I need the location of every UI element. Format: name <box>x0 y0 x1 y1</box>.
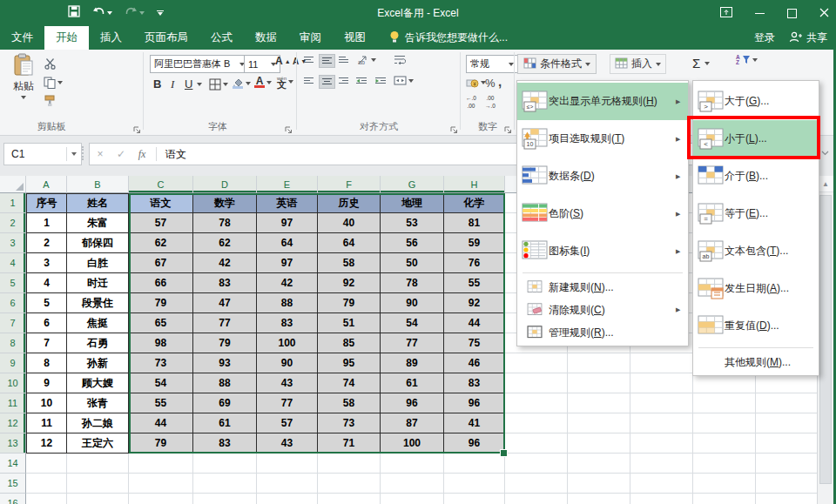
sort-filter-button[interactable]: AZ <box>736 55 758 65</box>
name-box[interactable]: C1 <box>3 143 82 165</box>
tab-insert[interactable]: 插入 <box>89 26 133 50</box>
cell[interactable]: 12 <box>26 433 67 454</box>
tab-formulas[interactable]: 公式 <box>199 26 244 50</box>
clipboard-dialog-launcher[interactable] <box>132 123 142 132</box>
cell[interactable]: 6 <box>26 313 67 333</box>
menu-item-text-contains[interactable]: ab文本包含(T)... <box>693 232 819 270</box>
cell[interactable]: 数学 <box>193 193 257 213</box>
cell[interactable]: 67 <box>129 253 193 273</box>
cell[interactable]: 9 <box>26 373 67 393</box>
row-header[interactable]: 7 <box>0 313 26 333</box>
cell[interactable] <box>693 494 756 504</box>
row-header[interactable]: 15 <box>0 474 26 494</box>
cell[interactable]: 71 <box>318 433 381 454</box>
cell[interactable]: 85 <box>318 333 381 353</box>
cell[interactable]: 王定六 <box>67 433 129 454</box>
cell[interactable] <box>67 474 129 494</box>
cell[interactable] <box>129 454 193 474</box>
cell[interactable]: 10 <box>26 393 67 413</box>
cell[interactable]: 95 <box>318 353 381 373</box>
cell[interactable]: 58 <box>318 393 381 413</box>
cell[interactable]: 90 <box>257 353 318 373</box>
row-header[interactable]: 8 <box>0 333 26 353</box>
cell[interactable]: 81 <box>444 213 505 233</box>
cell[interactable] <box>129 494 193 504</box>
format-painter-button[interactable] <box>44 95 56 107</box>
cell[interactable]: 8 <box>26 353 67 373</box>
cell[interactable]: 5 <box>26 293 67 313</box>
cell[interactable] <box>756 433 819 454</box>
cell[interactable]: 43 <box>257 373 318 393</box>
cell[interactable]: 61 <box>193 413 257 433</box>
cancel-entry-icon[interactable]: × <box>90 148 111 160</box>
menu-item-icon-sets[interactable]: 图标集(I)▶ <box>517 232 688 270</box>
row-header[interactable]: 1 <box>0 193 26 213</box>
cell[interactable] <box>26 474 67 494</box>
cell[interactable] <box>257 474 318 494</box>
font-color-button[interactable]: A <box>254 77 272 88</box>
increase-font-button[interactable]: A▲ <box>275 55 291 67</box>
cell[interactable]: 焦挺 <box>67 313 129 333</box>
row-header[interactable]: 2 <box>0 213 26 233</box>
maximize-button[interactable] <box>787 9 797 18</box>
cell[interactable]: 50 <box>381 253 444 273</box>
row-header[interactable]: 14 <box>0 454 26 474</box>
cell[interactable] <box>257 494 318 504</box>
cell[interactable]: 79 <box>318 293 381 313</box>
cell[interactable] <box>318 454 381 474</box>
menu-item-color-scales[interactable]: 色阶(S)▶ <box>517 195 688 232</box>
cell[interactable] <box>568 494 630 504</box>
align-right-button[interactable] <box>338 77 349 85</box>
cell[interactable] <box>756 494 819 504</box>
borders-button[interactable] <box>209 78 228 91</box>
cell[interactable] <box>505 373 568 393</box>
cell[interactable]: 地理 <box>381 193 444 213</box>
ribbon-display-options-button[interactable] <box>720 5 732 21</box>
scroll-up-arrow[interactable]: ▲ <box>818 176 833 192</box>
column-header[interactable]: D <box>193 176 257 193</box>
cell[interactable] <box>505 413 568 433</box>
cell[interactable]: 41 <box>444 413 505 433</box>
cell[interactable] <box>505 494 568 504</box>
menu-item-top-bottom-rules[interactable]: 10项目选取规则(T)▶ <box>517 120 688 158</box>
row-header[interactable]: 12 <box>0 413 26 433</box>
cell[interactable] <box>568 353 630 373</box>
merge-center-button[interactable] <box>394 76 414 85</box>
align-bottom-button[interactable] <box>338 56 349 64</box>
cell[interactable]: 73 <box>129 353 193 373</box>
cell[interactable]: 43 <box>257 433 318 454</box>
underline-button[interactable]: U <box>185 77 192 91</box>
cell[interactable]: 时迁 <box>67 273 129 293</box>
cell[interactable] <box>257 454 318 474</box>
cell[interactable]: 7 <box>26 333 67 353</box>
cell[interactable]: 96 <box>381 393 444 413</box>
minimize-button[interactable] <box>755 13 765 14</box>
cell[interactable]: 46 <box>444 353 505 373</box>
cell[interactable]: 51 <box>318 313 381 333</box>
cell[interactable]: 77 <box>193 313 257 333</box>
fill-color-button[interactable] <box>232 77 251 89</box>
cell[interactable]: 76 <box>444 253 505 273</box>
number-dialog-launcher[interactable] <box>503 123 513 132</box>
cell[interactable]: 88 <box>257 293 318 313</box>
cell[interactable]: 79 <box>193 333 257 353</box>
cell[interactable]: 1 <box>26 213 67 233</box>
cell[interactable]: 石勇 <box>67 333 129 353</box>
cell[interactable] <box>505 353 568 373</box>
row-header[interactable]: 11 <box>0 393 26 413</box>
menu-item-greater-than[interactable]: >大于(G)... <box>693 83 819 120</box>
cell[interactable] <box>193 454 257 474</box>
cell[interactable]: 40 <box>318 213 381 233</box>
copy-button[interactable] <box>44 77 63 89</box>
menu-item-highlight-cells-rules[interactable]: ≤>突出显示单元格规则(H)▶ <box>517 83 688 120</box>
cell[interactable]: 93 <box>193 353 257 373</box>
cell[interactable]: 90 <box>381 293 444 313</box>
cell[interactable]: 段景住 <box>67 293 129 313</box>
cell[interactable]: 65 <box>129 313 193 333</box>
cell[interactable]: 张青 <box>67 393 129 413</box>
cell[interactable]: 53 <box>381 213 444 233</box>
cell[interactable]: 83 <box>444 373 505 393</box>
row-header[interactable]: 5 <box>0 273 26 293</box>
menu-item-between[interactable]: 介于(B)... <box>693 158 819 195</box>
cell[interactable] <box>630 413 693 433</box>
